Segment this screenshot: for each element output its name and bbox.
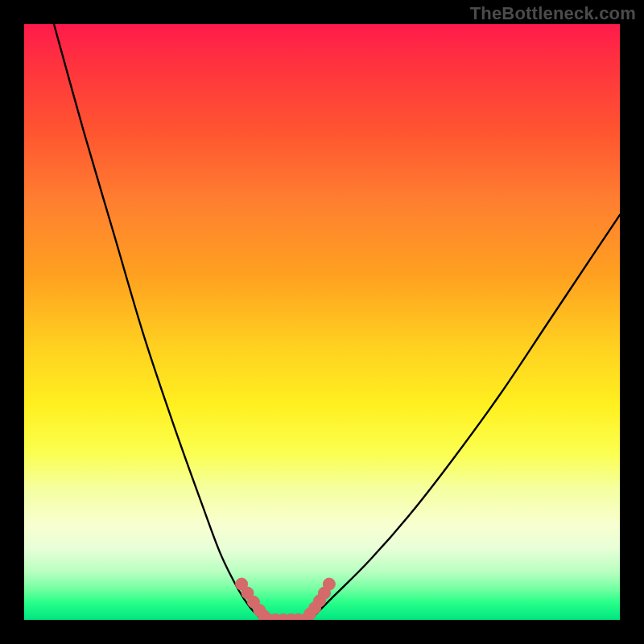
marker-dot bbox=[323, 578, 335, 590]
marker-group bbox=[236, 578, 336, 620]
watermark-text: TheBottleneck.com bbox=[470, 3, 636, 24]
chart-root: { "watermark": "TheBottleneck.com", "col… bbox=[0, 0, 644, 644]
plot-area bbox=[24, 24, 620, 620]
curve-right-branch bbox=[310, 215, 620, 620]
curve-layer bbox=[24, 24, 620, 620]
curve-left-branch bbox=[54, 24, 262, 620]
